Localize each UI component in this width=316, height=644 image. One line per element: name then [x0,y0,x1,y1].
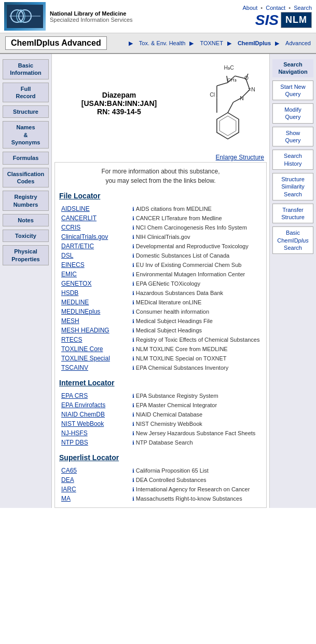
sidebar-item-toxicity[interactable]: Toxicity [3,230,49,242]
sidebar-item-names-synonyms[interactable]: Names&Synonyms [3,121,49,149]
link-niaid-chemdb[interactable]: NIAID ChemDB [61,411,105,418]
table-row: MESHℹMedical Subject Headings File [59,316,262,326]
table-row: DART/ETICℹDevelopmental and Reproductive… [59,242,262,251]
link-desc: Environmental Mutagen Information Center [136,271,245,277]
table-row: TOXLINE CoreℹNLM TOXLINE Core from MEDLI… [59,344,262,354]
sidebar-item-full-record[interactable]: FullRecord [3,83,49,103]
link-dsl[interactable]: DSL [61,252,73,259]
sidebar-item-formulas[interactable]: Formulas [3,152,49,164]
info-icon: ℹ [132,262,134,268]
info-icon: ℹ [132,403,134,408]
chemidplus-link[interactable]: ChemIDplus [238,40,271,47]
header-text: National Library of Medicine Specialized… [50,10,133,23]
link-desc: NIH ClinicalTrials.gov [136,234,190,240]
link-dart-etic[interactable]: DART/ETIC [61,243,94,250]
link-emic[interactable]: EMIC [61,271,77,278]
info-icon: ℹ [132,365,134,371]
table-row: TSCAINVℹEPA Chemical Substances Inventor… [59,363,262,372]
info-icon: ℹ [132,487,134,492]
info-icon: ℹ [132,281,134,287]
link-mesh-heading[interactable]: MESH HEADING [61,327,109,334]
tox-env-link[interactable]: Tox. & Env. Health [139,40,186,47]
link-desc: NLM TOXLINE Special on TOXNET [136,355,227,361]
link-table: AIDSLINEℹAIDS citations from MEDLINECANC… [59,204,262,372]
table-row: ClinicalTrials.govℹNIH ClinicalTrials.go… [59,232,262,242]
basic-chemidplus-search-button[interactable]: BasicChemIDplusSearch [272,226,313,254]
link-desc: Medical Subject Headings [136,327,202,333]
info-icon: ℹ [132,272,134,277]
link-cancerlit[interactable]: CANCERLIT [61,214,97,222]
advanced-link[interactable]: Advanced [285,40,311,47]
link-desc: AIDS citations from MEDLINE [136,206,212,212]
nlm-name: National Library of Medicine [50,10,133,17]
link-toxline-core[interactable]: TOXLINE Core [61,345,103,353]
table-row: EMICℹEnvironmental Mutagen Information C… [59,270,262,279]
enlarge-structure-link[interactable]: Enlarge Structure [52,153,269,162]
content-main: For more information about this substanc… [54,162,267,508]
link-aidsline[interactable]: AIDSLINE [61,205,90,212]
link-clinicaltrials-gov[interactable]: ClinicalTrials.gov [61,233,108,240]
svg-line-7 [228,102,233,113]
search-link[interactable]: Search [294,5,312,11]
link-hsdb[interactable]: HSDB [61,289,78,297]
link-medline[interactable]: MEDLINE [61,299,89,306]
titlebar: ChemIDplus Advanced ▶Tox. & Env. Health … [0,33,316,54]
left-sidebar: BasicInformation FullRecord Structure Na… [0,54,52,508]
sidebar-item-registry-numbers[interactable]: RegistryNumbers [3,191,49,211]
link-genetox[interactable]: GENETOX [61,280,91,287]
modify-query-button[interactable]: ModifyQuery [272,103,313,124]
link-ca65[interactable]: CA65 [61,467,77,474]
sidebar-item-basic-info[interactable]: BasicInformation [3,59,49,79]
show-query-button[interactable]: ShowQuery [272,127,313,147]
svg-marker-5 [217,113,239,139]
link-desc: EU Inv of Existing Commercial Chem Sub [136,262,242,268]
info-icon: ℹ [132,328,134,333]
transfer-structure-button[interactable]: TransferStructure [272,204,313,224]
enlarge-link-text[interactable]: Enlarge Structure [216,154,264,161]
link-desc: NTP Database Search [136,439,193,446]
right-sidebar: Search Navigation Start NewQuery ModifyQ… [269,54,316,508]
link-epa-envirofacts[interactable]: EPA Envirofacts [61,401,105,409]
link-iarc[interactable]: IARC [61,486,76,493]
info-icon: ℹ [132,225,134,231]
sidebar-item-structure[interactable]: Structure [3,105,49,118]
compound-area: Diazepam [USAN:BAN:INN:JAN] RN: 439-14-5 [52,54,269,508]
link-desc: Developmental and Reproductive Toxicolog… [136,243,249,249]
link-tscainv[interactable]: TSCAINV [61,364,88,371]
link-ccris[interactable]: CCRIS [61,224,80,231]
about-link[interactable]: About [243,5,258,11]
info-icon: ℹ [132,346,134,352]
link-einecs[interactable]: EINECS [61,261,85,269]
svg-text:=N: =N [248,86,255,92]
table-row: NIST WebBookℹNIST Chemistry WebBook [59,419,262,428]
info-icon: ℹ [132,309,134,315]
link-nj-hsfs[interactable]: NJ-HSFS [61,430,88,437]
start-new-query-button[interactable]: Start NewQuery [272,81,313,101]
nlm-logo-image [4,2,46,31]
structure-similarity-search-button[interactable]: StructureSimilaritySearch [272,173,313,200]
info-icon: ℹ [132,244,134,249]
svg-text:CH₃: CH₃ [227,77,237,83]
info-icon: ℹ [132,356,134,361]
contact-link[interactable]: Contact [266,5,285,11]
link-nist-webbook[interactable]: NIST WebBook [61,420,104,427]
link-desc: EPA Substance Registry System [136,393,218,399]
sidebar-item-physical-properties[interactable]: PhysicalProperties [3,245,49,265]
info-icon: ℹ [132,431,134,436]
sidebar-item-notes[interactable]: Notes [3,214,49,226]
link-epa-crs[interactable]: EPA CRS [61,392,88,399]
table-row: AIDSLINEℹAIDS citations from MEDLINE [59,204,262,213]
sidebar-item-classification-codes[interactable]: ClassificationCodes [3,168,49,188]
info-icon: ℹ [132,206,134,212]
table-row: DSLℹDomestic Substances List of Canada [59,251,262,260]
link-rtecs[interactable]: RTECS [61,336,82,343]
link-mesh[interactable]: MESH [61,317,79,325]
link-dea[interactable]: DEA [61,476,74,484]
search-history-button[interactable]: SearchHistory [272,150,313,170]
link-medlineplus[interactable]: MEDLINEplus [61,308,100,315]
section-title-superlist-locator: Superlist Locator [59,453,262,462]
link-toxline-special[interactable]: TOXLINE Special [61,355,110,362]
toxnet-link[interactable]: TOXNET [200,40,223,47]
link-ma[interactable]: MA [61,495,71,502]
link-ntp-dbs[interactable]: NTP DBS [61,439,88,446]
